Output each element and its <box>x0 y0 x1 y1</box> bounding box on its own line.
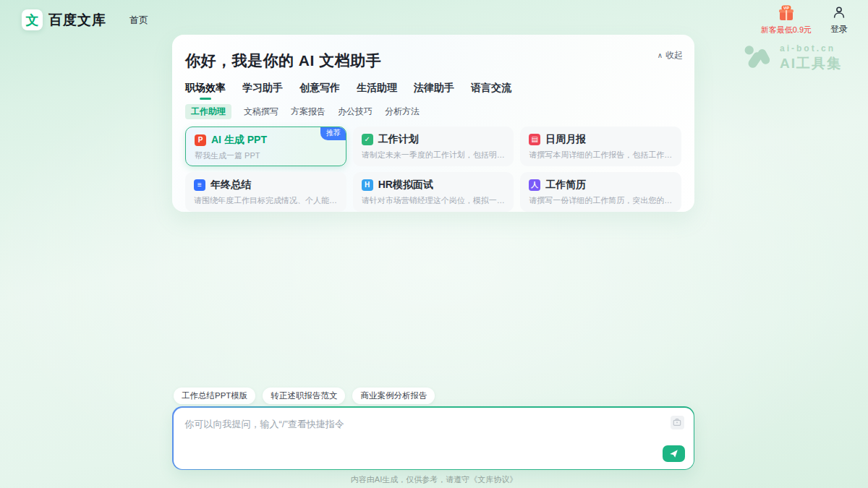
chip-probation-report[interactable]: 转正述职报告范文 <box>263 388 345 404</box>
card-title: 工作计划 <box>378 133 419 146</box>
watermark-url: ai-bot.cn <box>780 43 842 53</box>
promo-label: 新客最低0.9元 <box>761 25 812 35</box>
recommend-badge: 推荐 <box>320 127 346 140</box>
watermark-logo-icon <box>743 44 773 73</box>
doc-icon: ≡ <box>194 179 205 191</box>
card-work-resume[interactable]: 人 工作简历 请撰写一份详细的工作简历，突出您的教育背… <box>520 172 681 212</box>
chip-business-case[interactable]: 商业案例分析报告 <box>352 388 435 404</box>
card-ai-generate-ppt[interactable]: 推荐 P AI 生成 PPT 帮我生成一篇 PPT <box>185 127 346 166</box>
report-icon: ▤ <box>529 134 540 145</box>
user-icon <box>832 5 846 22</box>
card-title: HR模拟面试 <box>378 179 433 192</box>
check-icon: ✓ <box>362 134 373 145</box>
panel-title: 你好，我是你的 AI 文档助手 <box>185 51 681 71</box>
tab-creative-writing[interactable]: 创意写作 <box>299 82 340 100</box>
wenku-logo-icon: 文 <box>22 9 43 30</box>
composer <box>172 406 694 470</box>
suggestion-chips: 工作总结PPT模版 转正述职报告范文 商业案例分析报告 <box>174 388 435 404</box>
tab-study-helper[interactable]: 学习助手 <box>242 82 283 100</box>
tab-life-assistant[interactable]: 生活助理 <box>357 82 397 100</box>
card-daily-weekly-report[interactable]: ▤ 日周月报 请撰写本周详细的工作报告，包括工作内容、… <box>520 127 681 166</box>
vip-gift-icon: VIP <box>777 5 796 24</box>
resume-icon: 人 <box>529 179 540 191</box>
send-button[interactable] <box>663 445 685 462</box>
card-work-plan[interactable]: ✓ 工作计划 请制定未来一季度的工作计划，包括明确目标… <box>353 127 514 166</box>
card-hr-mock-interview[interactable]: H HR模拟面试 请针对市场营销经理这个岗位，模拟一场真实… <box>353 172 514 212</box>
chevron-up-icon: ∧ <box>658 52 663 59</box>
toolbox-button[interactable] <box>671 416 684 429</box>
card-desc: 请制定未来一季度的工作计划，包括明确目标… <box>362 150 506 160</box>
card-title: 年终总结 <box>210 179 251 192</box>
footer-disclaimer: 内容由AI生成，仅供参考，请遵守《文库协议》 <box>0 474 868 485</box>
collapse-button[interactable]: ∧ 收起 <box>658 49 683 61</box>
tab-workplace-efficiency[interactable]: 职场效率 <box>185 82 226 100</box>
subtab-office-tips[interactable]: 办公技巧 <box>338 106 373 118</box>
brand-name: 百度文库 <box>48 11 106 30</box>
disclaimer-text: 内容由AI生成，仅供参考，请遵守 <box>351 475 469 484</box>
subtab-analysis-method[interactable]: 分析方法 <box>385 106 420 118</box>
agreement-link[interactable]: 《文库协议》 <box>469 475 517 484</box>
paper-plane-icon <box>669 449 678 458</box>
card-desc: 请围绕年度工作目标完成情况、个人能力提升… <box>194 195 338 206</box>
card-desc: 请针对市场营销经理这个岗位，模拟一场真实… <box>362 195 506 206</box>
ppt-icon: P <box>195 134 206 146</box>
svg-text:VIP: VIP <box>783 5 790 9</box>
wenku-brand[interactable]: 文 百度文库 <box>22 9 106 30</box>
briefcase-icon <box>673 418 681 427</box>
login-label: 登录 <box>830 23 848 35</box>
card-desc: 帮我生成一篇 PPT <box>195 150 337 161</box>
tab-legal-helper[interactable]: 法律助手 <box>414 82 454 100</box>
chip-ppt-template[interactable]: 工作总结PPT模版 <box>174 388 255 404</box>
tab-language-exchange[interactable]: 语言交流 <box>471 82 511 100</box>
card-year-end-summary[interactable]: ≡ 年终总结 请围绕年度工作目标完成情况、个人能力提升… <box>185 172 346 212</box>
card-desc: 请撰写本周详细的工作报告，包括工作内容、… <box>529 150 673 160</box>
login-entry[interactable]: 登录 <box>830 5 848 35</box>
watermark-name: AI工具集 <box>780 54 842 73</box>
card-desc: 请撰写一份详细的工作简历，突出您的教育背… <box>529 195 673 206</box>
sub-tabs: 工作助理 文稿撰写 方案报告 办公技巧 分析方法 <box>185 104 681 119</box>
card-title: 工作简历 <box>545 179 586 192</box>
watermark: ai-bot.cn AI工具集 <box>743 43 842 73</box>
card-title: 日周月报 <box>545 133 586 146</box>
assistant-panel: ∧ 收起 你好，我是你的 AI 文档助手 职场效率 学习助手 创意写作 生活助理… <box>172 35 694 212</box>
category-tabs: 职场效率 学习助手 创意写作 生活助理 法律助手 语言交流 <box>185 82 681 100</box>
subtab-proposal-report[interactable]: 方案报告 <box>291 106 326 118</box>
prompt-cards: 推荐 P AI 生成 PPT 帮我生成一篇 PPT ✓ 工作计划 请制定未来一季… <box>185 127 681 212</box>
prompt-input[interactable] <box>174 408 694 469</box>
nav-home-link[interactable]: 首页 <box>129 14 148 27</box>
subtab-work-assistant[interactable]: 工作助理 <box>185 104 231 119</box>
chat-icon: H <box>362 179 373 191</box>
card-title: AI 生成 PPT <box>211 134 267 147</box>
subtab-manuscript[interactable]: 文稿撰写 <box>244 106 278 118</box>
vip-promo[interactable]: VIP 新客最低0.9元 <box>761 5 812 35</box>
top-bar: 文 百度文库 首页 VIP 新客最低0.9元 登录 <box>0 0 868 40</box>
